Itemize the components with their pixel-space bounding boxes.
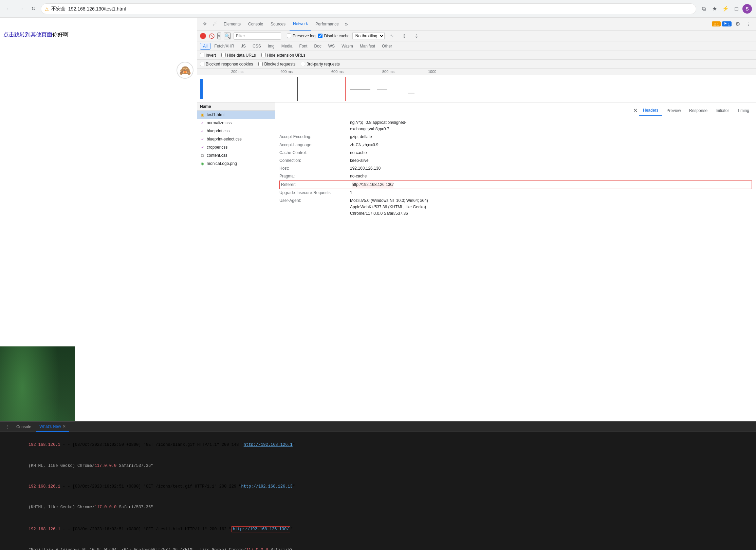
disable-cache-checkbox[interactable]	[318, 34, 322, 38]
blocked-requests-label[interactable]: Blocked requests	[258, 62, 295, 67]
filter-font[interactable]: Font	[296, 43, 310, 50]
network-item-blueprint[interactable]: ✓ blueprint.css	[197, 127, 275, 135]
search-button[interactable]: 🔍	[224, 33, 231, 39]
css-icon-1: ✓	[200, 120, 205, 125]
terminal-ua-3: "Mozilla/5.0 (Windows NT 10.0; Win64; x6…	[29, 548, 246, 550]
tab-performance[interactable]: Performance	[312, 18, 342, 31]
bottom-more-icon[interactable]: ⋮	[3, 423, 12, 430]
network-item-logo[interactable]: ◉ monicaLogo.png	[197, 159, 275, 168]
terminal-link-1[interactable]: http://192.168.126.1	[244, 442, 293, 447]
cast-button[interactable]: ⧉	[699, 4, 708, 14]
tab-network[interactable]: Network	[290, 18, 311, 31]
devtools-more-button[interactable]: ⋮	[744, 19, 753, 29]
invert-label[interactable]: Invert	[200, 53, 216, 58]
network-item-content[interactable]: □ content.css	[197, 151, 275, 159]
file-name-blueprint-select: blueprint-select.css	[207, 137, 242, 141]
terminal-text-3: - - [08/Oct/2023:16:02:51 +0800] "GET /i…	[60, 484, 241, 489]
filter-media[interactable]: Media	[278, 43, 296, 50]
clear-button[interactable]: 🚫	[209, 33, 215, 39]
wifi-icon[interactable]: ∿	[387, 31, 397, 41]
forward-button[interactable]: →	[16, 4, 26, 14]
file-name-normalize: normalize.css	[207, 120, 232, 125]
filter-manifest[interactable]: Manifest	[357, 43, 378, 50]
timeline-area[interactable]: 200 ms 400 ms 600 ms 800 ms 1000 —	[197, 69, 756, 102]
page-link[interactable]: 点击跳转到其他页面	[3, 32, 52, 37]
reload-button[interactable]: ↻	[29, 4, 38, 14]
hide-extension-label[interactable]: Hide extension URLs	[261, 53, 306, 58]
bottom-tab-console[interactable]: Console	[13, 422, 35, 432]
third-party-checkbox[interactable]	[301, 62, 305, 66]
header-value-accept-encoding: gzip, deflate	[350, 134, 372, 140]
preserve-log-label[interactable]: Preserve log	[287, 34, 315, 38]
header-tab-response[interactable]: Response	[685, 105, 712, 116]
header-key-user-agent: User-Agent:	[279, 197, 347, 217]
hide-data-urls-label[interactable]: Hide data URLs	[221, 53, 256, 58]
terminal-highlighted-link[interactable]: http://192.168.126.130/	[232, 526, 291, 532]
header-value-cache-control: no-cache	[350, 150, 367, 156]
network-item-cropper[interactable]: ✓ cropper.css	[197, 143, 275, 151]
timeline-dash: —	[408, 89, 414, 97]
header-key-host: Host:	[279, 165, 347, 172]
close-panel-button[interactable]: ✕	[632, 106, 639, 115]
network-item-test1html[interactable]: ▣ test1.html	[197, 111, 275, 119]
header-tab-preview[interactable]: Preview	[662, 105, 685, 116]
header-tab-timing[interactable]: Timing	[733, 105, 753, 116]
filter-fetch-xhr[interactable]: Fetch/XHR	[211, 43, 237, 50]
invert-checkbox[interactable]	[200, 53, 204, 57]
blocked-cookies-label[interactable]: Blocked response cookies	[200, 62, 253, 67]
third-party-label[interactable]: 3rd-party requests	[301, 62, 339, 67]
filter-js[interactable]: JS	[238, 43, 249, 50]
bottom-tab-whats-new[interactable]: What's New ✕	[36, 422, 69, 432]
blocked-requests-checkbox[interactable]	[258, 62, 263, 66]
filter-img[interactable]: Img	[265, 43, 278, 50]
address-bar[interactable]: △ 不安全 192.168.126.130/test1.html	[41, 3, 696, 14]
filter-all[interactable]: All	[200, 43, 210, 50]
header-tab-initiator[interactable]: Initiator	[712, 105, 733, 116]
header-value-host: 192.168.126.130	[350, 165, 381, 172]
filter-other[interactable]: Other	[379, 43, 395, 50]
throttle-select[interactable]: No throttling	[352, 33, 385, 39]
network-item-normalize[interactable]: ✓ normalize.css	[197, 119, 275, 127]
header-key-upgrade: Upgrade-Insecure-Requests:	[279, 190, 347, 196]
download-button[interactable]: ⇩	[412, 31, 421, 41]
terminal-link-2[interactable]: http://192.168.126.13	[241, 484, 293, 489]
tab-sources[interactable]: Sources	[267, 18, 289, 31]
bookmark-button[interactable]: ★	[710, 4, 719, 14]
whats-new-close[interactable]: ✕	[62, 424, 66, 429]
file-icon-content: □	[200, 153, 205, 158]
header-key-cache-control: Cache-Control:	[279, 150, 347, 156]
hide-extension-checkbox[interactable]	[261, 53, 266, 57]
filter-doc[interactable]: Doc	[311, 43, 324, 50]
inspect-element-button[interactable]: ✥	[200, 19, 209, 29]
filter-ws[interactable]: WS	[325, 43, 338, 50]
disable-cache-label[interactable]: Disable cache	[318, 34, 349, 38]
terminal-line-3: 192.168.126.1 - - [08/Oct/2023:16:02:51 …	[4, 476, 752, 497]
header-row-accept-cont: ng,*/*;q=0.8,application/signed-exchange…	[279, 119, 752, 133]
filter-toggle-button[interactable]: ▿	[217, 33, 221, 39]
window-button[interactable]: ◻	[732, 4, 741, 14]
devtools-settings-button[interactable]: ⚙	[733, 19, 742, 29]
blocked-cookies-checkbox[interactable]	[200, 62, 204, 66]
extensions-button[interactable]: ⚡	[721, 4, 730, 14]
filter-input[interactable]	[234, 32, 281, 40]
back-button[interactable]: ←	[4, 4, 14, 14]
network-item-blueprint-select[interactable]: ✓ blueprint-select.css	[197, 135, 275, 143]
devtools-more-tabs[interactable]: »	[343, 20, 350, 29]
terminal-chrome-ver-3: 117.0.0.0	[246, 548, 268, 550]
header-key-pragma: Pragma:	[279, 173, 347, 179]
upload-button[interactable]: ⇧	[400, 31, 409, 41]
tab-console[interactable]: Console	[245, 18, 266, 31]
device-toolbar-button[interactable]: ☄	[210, 19, 220, 29]
main-content: 点击跳转到其他页面你好啊 🙈 ✥ ☄ Elements Console Sour…	[0, 18, 756, 550]
preserve-log-checkbox[interactable]	[287, 34, 291, 38]
tab-elements[interactable]: Elements	[220, 18, 244, 31]
hide-data-urls-checkbox[interactable]	[221, 53, 226, 57]
browser-chrome: ← → ↻ △ 不安全 192.168.126.130/test1.html ⧉…	[0, 0, 756, 18]
profile-button[interactable]: S	[742, 4, 752, 14]
filter-css[interactable]: CSS	[250, 43, 264, 50]
filter-wasm[interactable]: Wasm	[338, 43, 356, 50]
record-button[interactable]	[200, 33, 206, 39]
terminal-safari-1: Safari/537.36"	[116, 463, 153, 468]
timeline-mark-1000: 1000	[428, 70, 436, 74]
header-tab-headers[interactable]: Headers	[639, 105, 662, 116]
